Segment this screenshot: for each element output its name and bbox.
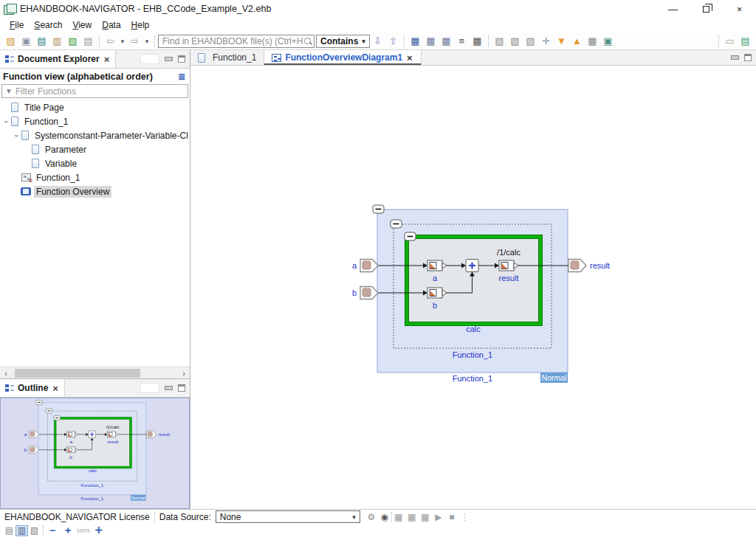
split-diagram-icon[interactable]: ✛ (539, 34, 553, 48)
find-box (158, 35, 315, 48)
zoom-100-button[interactable]: 100% (77, 528, 90, 533)
annotation-view-icon[interactable]: ▧ (28, 525, 41, 536)
findnav-toolbar-group: ⇩⇧ (370, 33, 401, 49)
function-diagram-icon[interactable]: ▦ (408, 34, 422, 48)
tree-item-systemconstant-parameter-variable-cl[interactable]: ›Systemconstant-Parameter-Variable-Cl (0, 128, 190, 142)
close-icon[interactable]: × (52, 383, 59, 394)
new-window-icon[interactable]: ▣ (601, 34, 615, 48)
menu-help[interactable]: Help (126, 18, 155, 32)
menu-view[interactable]: View (67, 18, 97, 32)
data-source-select[interactable]: None ▾ (216, 510, 360, 523)
scroll-left-icon[interactable]: ‹ (0, 369, 12, 378)
diagram-history-icon[interactable]: ▧ (523, 34, 537, 48)
maximize-panel-button[interactable] (178, 384, 185, 392)
forward-icon[interactable]: ⇨ (128, 34, 142, 48)
outline-diagram-preview[interactable] (24, 401, 170, 501)
window-restore-button[interactable] (690, 0, 723, 18)
output-port-result[interactable] (568, 260, 586, 272)
split-page-view-icon[interactable]: ▥ (16, 525, 28, 536)
drag-handle-icon[interactable]: ⋮ (458, 511, 472, 523)
scrollbar-thumb[interactable] (15, 369, 140, 378)
collapse-calc-button[interactable] (405, 232, 416, 240)
tab-outline[interactable]: Outline × (0, 379, 65, 397)
zoom-bar: ▤▥▧ − + 100% ✛ (0, 524, 756, 537)
handbook-icon[interactable]: ▤ (35, 34, 49, 48)
document-explorer-tab-label: Document Explorer (18, 54, 100, 64)
view-options-icon[interactable]: ≣ (176, 72, 187, 81)
tree-expander-icon[interactable]: › (2, 117, 11, 126)
about-ehandbook-icon[interactable]: ▤ (738, 34, 752, 48)
measure-window-icon[interactable]: ▦ (419, 511, 432, 523)
collapse-inner-button[interactable] (391, 220, 402, 228)
tab-function-overview-diagram[interactable]: FunctionOverviewDiagram1 × (264, 50, 421, 65)
tree-expander-icon[interactable]: › (13, 131, 21, 140)
collapse-diagram-icon[interactable]: ▦ (439, 34, 453, 48)
tree-horizontal-scrollbar[interactable]: ‹ › (0, 367, 190, 378)
collapse-outer-button[interactable] (373, 205, 384, 213)
fit-to-screen-button[interactable]: ✛ (92, 525, 106, 536)
start-measurement-icon[interactable]: ▶ (432, 511, 445, 523)
filter-functions-box: ▼ (1, 84, 188, 98)
close-icon[interactable]: × (406, 52, 413, 63)
input-port-b[interactable] (360, 287, 378, 299)
open-in-diagram-icon[interactable]: ▦ (585, 34, 599, 48)
diagram-canvas[interactable]: a b a b result result calc Function_1 Fu… (190, 66, 756, 509)
next-diagram-icon[interactable]: ▧ (508, 34, 522, 48)
menu-search[interactable]: Search (29, 18, 67, 32)
filter-functions-input[interactable] (16, 86, 185, 97)
close-icon[interactable]: × (103, 54, 111, 65)
visibility-icon[interactable]: ◉ (378, 511, 391, 523)
list-view-icon[interactable]: ≡ (455, 34, 469, 48)
scrollbar-track[interactable] (12, 367, 178, 378)
match-mode-select[interactable]: Contains ▾ (316, 35, 370, 48)
maximize-panel-button[interactable] (744, 54, 752, 61)
export-up-icon[interactable]: ▲ (570, 34, 584, 48)
tree-item-parameter[interactable]: Parameter (0, 142, 190, 156)
minimize-panel-button[interactable] (165, 57, 173, 61)
tree-item-function-1[interactable]: ›Function_1 (0, 114, 190, 128)
minimize-panel-button[interactable] (731, 55, 739, 60)
back-icon[interactable]: ⇦ (103, 34, 117, 48)
nav-toolbar-group: ⇦▾⇨▾ (103, 33, 151, 49)
measure-config-icon[interactable]: ▦ (405, 511, 419, 523)
import-down-icon[interactable]: ▼ (554, 34, 568, 48)
find-input[interactable] (162, 35, 303, 46)
print-icon[interactable]: ▥ (50, 34, 64, 48)
tree-item-function-overview[interactable]: Function Overview (0, 184, 190, 198)
pdf-report-icon[interactable]: ▤ (81, 34, 95, 48)
previous-diagram-icon[interactable]: ▧ (492, 34, 506, 48)
tree-item-variable[interactable]: Variable (0, 156, 190, 170)
tree-item-title-page[interactable]: Title Page (0, 100, 190, 114)
zoom-out-button[interactable]: − (46, 524, 59, 536)
menu-data[interactable]: Data (97, 18, 126, 32)
back-menu-icon[interactable]: ▾ (119, 34, 126, 48)
menu-file[interactable]: File (4, 18, 29, 32)
settings-gear-icon[interactable]: ⚙ (365, 511, 378, 523)
window-minimize-button[interactable]: — (656, 0, 690, 18)
window-close-button[interactable]: × (723, 0, 756, 18)
zoom-in-button[interactable]: + (61, 524, 75, 536)
adder-block[interactable] (466, 260, 478, 272)
measure-grid-icon[interactable]: ▦ (392, 511, 405, 523)
calc-box[interactable] (405, 235, 543, 326)
maximize-panel-button[interactable] (178, 55, 185, 63)
export-icon[interactable]: ▧ (66, 34, 80, 48)
tab-function-1[interactable]: Function_1 (190, 50, 264, 65)
find-previous-icon[interactable]: ⇧ (386, 34, 400, 48)
scroll-right-icon[interactable]: › (178, 369, 190, 378)
outline-preview[interactable] (0, 398, 190, 509)
expand-diagram-icon[interactable]: ▦ (424, 34, 438, 48)
tab-document-explorer[interactable]: Document Explorer × (0, 50, 116, 68)
minimize-panel-button[interactable] (165, 386, 173, 390)
input-port-a[interactable] (360, 260, 378, 272)
forward-menu-icon[interactable]: ▾ (143, 34, 151, 48)
stop-measurement-icon[interactable]: ■ (445, 511, 458, 523)
open-file-icon[interactable]: ▨ (4, 34, 18, 48)
view-menu-spacer (140, 54, 159, 64)
table-view-icon[interactable]: ▦ (470, 34, 484, 48)
find-next-icon[interactable]: ⇩ (371, 34, 385, 48)
tree-item-function-1[interactable]: Function_1 (0, 170, 190, 184)
save-icon[interactable]: ▣ (19, 34, 33, 48)
shortcuts-keyboard-icon[interactable]: ▭ (723, 34, 737, 48)
single-page-view-icon[interactable]: ▤ (3, 525, 16, 536)
